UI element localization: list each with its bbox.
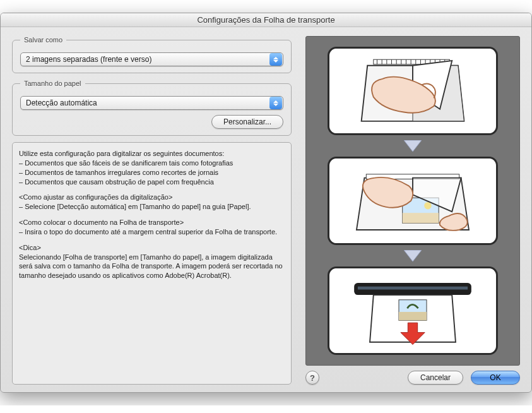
paper-size-legend: Tamanho do papel (20, 80, 85, 87)
svg-point-26 (424, 202, 431, 209)
save-as-selected: 2 imagens separadas (frente e verso) (21, 55, 269, 64)
save-as-select[interactable]: 2 imagens separadas (frente e verso) (20, 52, 283, 66)
paper-size-select[interactable]: Detecção automática (20, 96, 283, 110)
help-button[interactable]: ? (305, 371, 319, 385)
dropdown-arrows-icon (269, 53, 282, 66)
help-icon: ? (310, 373, 315, 383)
ok-button-label: OK (490, 373, 500, 382)
customize-button-label: Personalizar... (223, 117, 271, 126)
desc-text2: – Insira o topo do documento até a marge… (19, 228, 277, 236)
cancel-button-label: Cancelar (420, 373, 451, 382)
button-row: ? Cancelar OK (305, 371, 520, 385)
right-column: ? Cancelar OK (305, 36, 520, 385)
dropdown-arrows-icon (269, 97, 282, 109)
window-title: Configurações da Folha de transporte (197, 15, 334, 25)
desc-text1: – Selecione [Detecção automática] em [Ta… (19, 203, 251, 210)
paper-size-selected: Detecção automática (21, 99, 269, 107)
svg-marker-28 (404, 250, 422, 261)
illustration-panel (305, 36, 520, 366)
customize-button[interactable]: Personalizar... (211, 115, 283, 129)
ok-button[interactable]: OK (471, 371, 520, 385)
svg-rect-25 (403, 213, 439, 223)
illustration-step-3 (328, 266, 498, 355)
desc-bullet3: – Documentos que causam obstrução de pap… (19, 178, 214, 186)
svg-rect-31 (358, 287, 468, 290)
left-column: Salvar como 2 imagens separadas (frente … (12, 36, 292, 385)
illustration-step-2 (328, 157, 498, 245)
desc-text3: Selecionando [Folha de transporte] em [T… (19, 253, 283, 280)
arrow-down-icon (404, 140, 422, 152)
desc-bullet2: – Documentos de tamanhos irregulares com… (19, 169, 218, 176)
paper-size-fieldset: Tamanho do papel Detecção automática Per… (12, 80, 292, 136)
svg-rect-34 (399, 312, 427, 320)
save-as-legend: Salvar como (20, 36, 66, 44)
desc-heading3: <Dica> (19, 244, 41, 251)
description-panel: Utilize esta configuração para digitaliz… (12, 142, 292, 385)
titlebar: Configurações da Folha de transporte (1, 13, 531, 27)
svg-marker-20 (404, 140, 422, 152)
desc-bullet1: – Documentos que são fáceis de se danifi… (19, 159, 233, 167)
desc-intro: Utilize esta configuração para digitaliz… (19, 150, 224, 157)
save-as-fieldset: Salvar como 2 imagens separadas (frente … (12, 36, 292, 73)
illustration-step-1 (328, 47, 498, 135)
dialog-window: Configurações da Folha de transporte Sal… (0, 13, 532, 393)
arrow-down-icon (404, 250, 422, 261)
cancel-button[interactable]: Cancelar (408, 371, 463, 385)
content-area: Salvar como 2 imagens separadas (frente … (1, 27, 531, 392)
desc-heading1: <Como ajustar as configurações da digita… (19, 193, 172, 201)
desc-heading2: <Como colocar o documento na Folha de tr… (19, 218, 184, 226)
